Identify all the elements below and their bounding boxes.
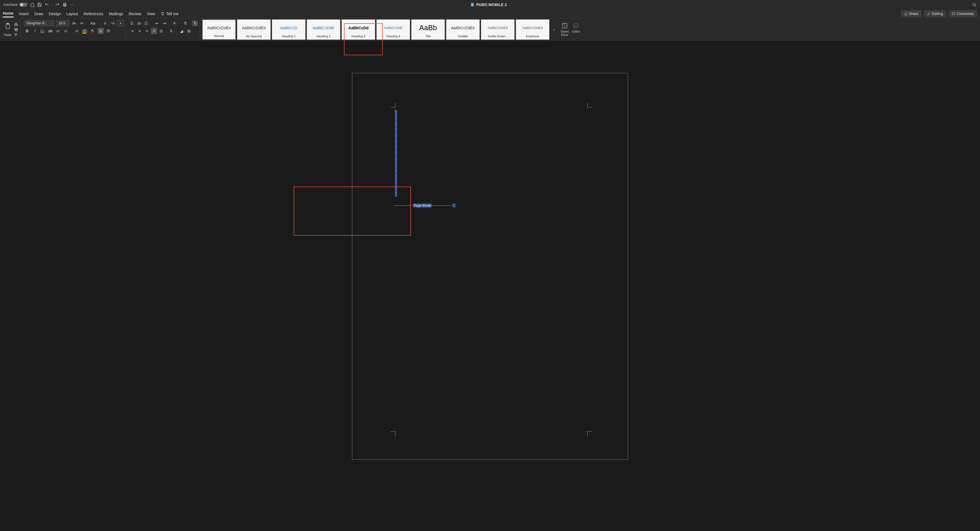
superscript-button[interactable]: x2: [63, 28, 69, 34]
pilcrow-mark: ¶: [395, 185, 397, 191]
style-card-subtle-emph-[interactable]: AaBbCcDdEeSubtle Emph...: [481, 19, 515, 40]
editing-button[interactable]: Editing: [924, 10, 946, 17]
editor-label: Editor: [572, 30, 580, 33]
style-card-normal[interactable]: AaBbCcDdEeNormal: [202, 19, 236, 40]
comments-button[interactable]: Comments: [948, 10, 977, 17]
tab-view[interactable]: View: [147, 11, 155, 17]
redo-icon[interactable]: [55, 2, 60, 7]
pilcrow-mark: ¶: [395, 139, 397, 144]
styles-more-button[interactable]: ›: [552, 19, 556, 40]
font-name-select[interactable]: DengXian R...⌵: [24, 20, 54, 26]
pilcrow-mark: ¶: [395, 116, 397, 121]
share-button[interactable]: Share: [901, 10, 922, 17]
font-group: DengXian R...⌵ 10.5⌵ A▴ A▾ Aa⌵ A̷ ᵃA A B…: [22, 20, 126, 39]
page[interactable]: ¶ ¶ ¶ ¶ ¶ ¶ ¶ ¶ ¶ ¶ ¶ ¶ ¶ ¶ ¶ Page Break…: [352, 73, 628, 460]
home-icon[interactable]: [30, 2, 35, 7]
style-card-heading-3[interactable]: AaBbCcDdHeading 3: [342, 19, 375, 40]
ribbon: ⌵ Paste DengXian R...⌵ 10.5⌵ A▴ A▾ Aa⌵ A…: [0, 18, 980, 41]
paste-label: Paste: [4, 33, 12, 36]
title-dropdown[interactable]: ⌵: [509, 3, 510, 6]
subscript-button[interactable]: x2: [55, 28, 61, 34]
font-color-icon[interactable]: A⌵: [90, 28, 96, 34]
asian-layout-icon[interactable]: ✕⌵: [172, 20, 178, 26]
enclose-char-icon[interactable]: ㊝: [105, 28, 111, 34]
style-card-emphasis[interactable]: AaBbCcDdEeEmphasis: [516, 19, 549, 40]
svg-point-4: [973, 3, 975, 6]
bulb-icon: [161, 12, 164, 16]
pilcrow-mark: ¶: [395, 173, 397, 179]
pencil-icon: [927, 12, 931, 16]
strikethrough-button[interactable]: ab: [47, 28, 53, 34]
italic-button[interactable]: I: [32, 28, 38, 34]
svg-line-10: [15, 22, 18, 24]
format-painter-icon[interactable]: [14, 33, 18, 37]
tab-review[interactable]: Review: [129, 11, 141, 17]
tab-draw[interactable]: Draw: [34, 11, 43, 17]
grow-font-icon[interactable]: A▴: [71, 20, 77, 26]
autosave-toggle[interactable]: AutoSave OFF: [3, 3, 28, 7]
style-card-subtitle[interactable]: AaBbCcDdEeSubtitle: [446, 19, 480, 40]
tab-references[interactable]: References: [84, 11, 103, 17]
decrease-indent-icon[interactable]: ⇤: [154, 20, 161, 26]
style-card-heading-2[interactable]: AaBbCcDdEHeading 2: [307, 19, 340, 40]
distributed-icon[interactable]: ⊟: [158, 28, 164, 34]
style-card-title[interactable]: AaBbTitle: [411, 19, 445, 40]
justify-icon[interactable]: ≡: [151, 28, 157, 34]
margin-corner-bl: [390, 431, 395, 436]
shading-icon[interactable]: ◢⌵: [179, 28, 185, 34]
style-name: Normal: [214, 34, 224, 38]
bullets-icon[interactable]: ☰⌵: [129, 20, 135, 26]
shrink-font-icon[interactable]: A▾: [79, 20, 85, 26]
bold-button[interactable]: B: [24, 28, 30, 34]
borders-icon[interactable]: ⊞⌵: [186, 28, 192, 34]
text-effects-icon[interactable]: A⌵: [75, 28, 81, 34]
tab-mailings[interactable]: Mailings: [109, 11, 123, 17]
show-paragraph-marks-button[interactable]: ¶: [192, 20, 198, 26]
align-left-icon[interactable]: ≡: [129, 28, 135, 34]
more-icon[interactable]: ⋯: [69, 2, 75, 7]
increase-indent-icon[interactable]: ⇥: [161, 20, 167, 26]
character-shading-icon[interactable]: A: [98, 28, 104, 34]
paste-dropdown[interactable]: ⌵: [7, 30, 9, 33]
tell-me[interactable]: Tell me: [161, 11, 178, 17]
tab-design[interactable]: Design: [49, 11, 61, 17]
font-size-select[interactable]: 10.5⌵: [56, 20, 69, 26]
svg-point-8: [14, 25, 16, 26]
style-card-no-spacing[interactable]: AaBbCcDdEeNo Spacing: [237, 19, 271, 40]
style-card-heading-4[interactable]: AaBbCcDdEHeading 4: [376, 19, 410, 40]
svg-rect-14: [562, 23, 567, 28]
copy-icon[interactable]: [14, 27, 18, 32]
style-name: No Spacing: [246, 35, 262, 38]
svg-line-5: [975, 6, 976, 6]
print-icon[interactable]: [62, 2, 67, 7]
styles-pane-button[interactable]: Styles Pane: [560, 23, 569, 36]
clear-format-icon[interactable]: A̷: [102, 20, 108, 26]
save-icon[interactable]: [37, 2, 42, 7]
toggle-switch[interactable]: OFF: [19, 3, 28, 7]
cut-icon[interactable]: [14, 22, 18, 26]
sort-icon[interactable]: ⇅: [183, 20, 189, 26]
undo-dropdown[interactable]: ⌵: [51, 3, 53, 6]
character-border-icon[interactable]: A: [118, 20, 124, 26]
tab-layout[interactable]: Layout: [66, 11, 78, 17]
numbering-icon[interactable]: ⊟⌵: [137, 20, 143, 26]
undo-icon[interactable]: [44, 2, 49, 7]
change-case-icon[interactable]: Aa⌵: [91, 20, 97, 26]
page-break-dash: [394, 205, 413, 206]
search-icon[interactable]: [972, 2, 977, 7]
tab-insert[interactable]: Insert: [19, 11, 29, 17]
multilevel-icon[interactable]: ☲⌵: [144, 20, 150, 26]
align-right-icon[interactable]: ≡: [144, 28, 150, 34]
line-spacing-icon[interactable]: ⇕⌵: [169, 28, 175, 34]
align-center-icon[interactable]: ≡: [137, 28, 143, 34]
share-label: Share: [909, 12, 919, 16]
underline-button[interactable]: U⌵: [40, 28, 46, 34]
phonetic-icon[interactable]: ᵃA: [110, 20, 116, 26]
pilcrow-mark: ¶: [395, 121, 397, 127]
style-name: Heading 2: [317, 35, 331, 38]
editor-button[interactable]: Editor: [572, 23, 580, 36]
style-card-heading-1[interactable]: AaBbCcDHeading 1: [272, 19, 305, 40]
paste-button[interactable]: ⌵ Paste: [4, 23, 12, 36]
highlight-color-icon[interactable]: ab⌵: [82, 28, 88, 34]
tab-home[interactable]: Home: [3, 10, 14, 17]
